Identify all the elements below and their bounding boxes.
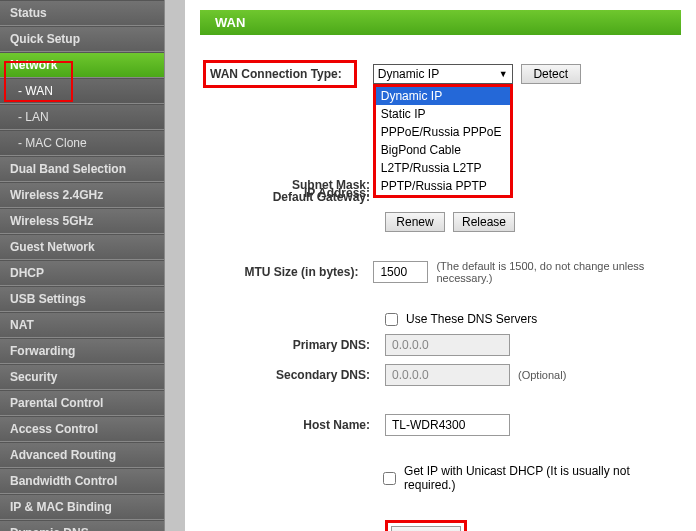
- chevron-down-icon: ▼: [499, 69, 508, 79]
- default-gateway-label: Default Gateway:: [200, 190, 385, 204]
- sidebar-item-advanced-routing[interactable]: Advanced Routing: [0, 442, 164, 468]
- unicast-dhcp-label: Get IP with Unicast DHCP (It is usually …: [404, 464, 681, 492]
- secondary-dns-label: Secondary DNS:: [200, 368, 385, 382]
- sidebar-item--lan[interactable]: - LAN: [0, 104, 164, 130]
- primary-dns-input[interactable]: [385, 334, 510, 356]
- sidebar-item-ip-mac-binding[interactable]: IP & MAC Binding: [0, 494, 164, 520]
- sidebar-item-quick-setup[interactable]: Quick Setup: [0, 26, 164, 52]
- renew-button[interactable]: Renew: [385, 212, 445, 232]
- sidebar-item-access-control[interactable]: Access Control: [0, 416, 164, 442]
- sidebar-item-network[interactable]: Network: [0, 52, 164, 78]
- sidebar-item-wireless-5ghz[interactable]: Wireless 5GHz: [0, 208, 164, 234]
- dropdown-option[interactable]: L2TP/Russia L2TP: [376, 159, 510, 177]
- sidebar-item-nat[interactable]: NAT: [0, 312, 164, 338]
- dropdown-option[interactable]: Dynamic IP: [376, 87, 510, 105]
- dropdown-option[interactable]: Static IP: [376, 105, 510, 123]
- wan-connection-type-select[interactable]: Dynamic IP ▼: [373, 64, 513, 84]
- sidebar-item-guest-network[interactable]: Guest Network: [0, 234, 164, 260]
- unicast-dhcp-checkbox[interactable]: [383, 472, 396, 485]
- dropdown-option[interactable]: BigPond Cable: [376, 141, 510, 159]
- dropdown-option[interactable]: PPTP/Russia PPTP: [376, 177, 510, 195]
- mtu-input[interactable]: [373, 261, 428, 283]
- main-panel: WAN WAN Connection Type: Dynamic IP ▼ De…: [185, 0, 696, 531]
- sidebar-item-dhcp[interactable]: DHCP: [0, 260, 164, 286]
- sidebar-item-bandwidth-control[interactable]: Bandwidth Control: [0, 468, 164, 494]
- page-title: WAN: [200, 10, 681, 35]
- sidebar-item-dual-band-selection[interactable]: Dual Band Selection: [0, 156, 164, 182]
- host-name-label: Host Name:: [200, 418, 385, 432]
- sidebar-item-parental-control[interactable]: Parental Control: [0, 390, 164, 416]
- mtu-label: MTU Size (in bytes):: [200, 265, 373, 279]
- save-button[interactable]: Save: [391, 526, 461, 531]
- primary-dns-label: Primary DNS:: [200, 338, 385, 352]
- sidebar-item--mac-clone[interactable]: - MAC Clone: [0, 130, 164, 156]
- optional-note: (Optional): [518, 369, 566, 381]
- sidebar-item-status[interactable]: Status: [0, 0, 164, 26]
- sidebar-item-security[interactable]: Security: [0, 364, 164, 390]
- sidebar-item-usb-settings[interactable]: USB Settings: [0, 286, 164, 312]
- sidebar-item--wan[interactable]: - WAN: [0, 78, 164, 104]
- sidebar-item-wireless-2-4ghz[interactable]: Wireless 2.4GHz: [0, 182, 164, 208]
- detect-button[interactable]: Detect: [521, 64, 581, 84]
- sidebar-item-forwarding[interactable]: Forwarding: [0, 338, 164, 364]
- sidebar-item-dynamic-dns[interactable]: Dynamic DNS: [0, 520, 164, 531]
- wan-connection-type-value: Dynamic IP: [378, 67, 439, 81]
- sidebar: StatusQuick SetupNetwork- WAN- LAN- MAC …: [0, 0, 165, 531]
- wan-connection-dropdown: Dynamic IPStatic IPPPPoE/Russia PPPoEBig…: [373, 84, 513, 198]
- highlight-save: Save: [385, 520, 467, 531]
- use-dns-label: Use These DNS Servers: [406, 312, 537, 326]
- wan-connection-type-label: WAN Connection Type:: [203, 60, 357, 88]
- use-dns-checkbox[interactable]: [385, 313, 398, 326]
- mtu-note: (The default is 1500, do not change unle…: [436, 260, 681, 284]
- host-name-input[interactable]: [385, 414, 510, 436]
- secondary-dns-input[interactable]: [385, 364, 510, 386]
- dropdown-option[interactable]: PPPoE/Russia PPPoE: [376, 123, 510, 141]
- divider: [165, 0, 185, 531]
- release-button[interactable]: Release: [453, 212, 515, 232]
